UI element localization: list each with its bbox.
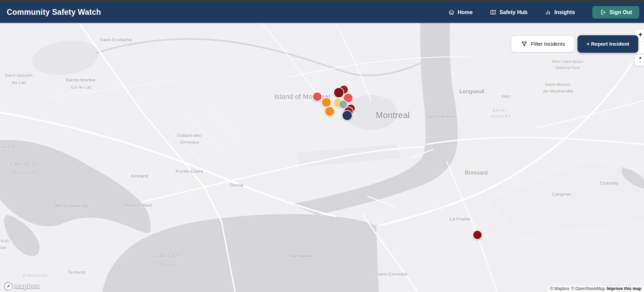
mapbox-wordmark: mapbox [14, 283, 40, 290]
incident-marker[interactable] [321, 97, 331, 107]
community-safety-watch-app: Saint-EustacheSaint-Joseph-du-LacSainte-… [0, 0, 644, 292]
filter-incidents-button[interactable]: Filter Incidents [511, 36, 574, 52]
attrib-improve-link[interactable]: Improve this map [607, 286, 642, 291]
filter-incidents-label: Filter Incidents [531, 41, 565, 47]
filter-icon [521, 41, 527, 47]
map-icon [490, 9, 496, 15]
incident-marker[interactable] [473, 230, 482, 240]
home-icon [448, 9, 455, 15]
sign-out-icon [600, 9, 606, 15]
report-incident-button[interactable]: + Report Incident [578, 35, 638, 53]
attrib-osm-link[interactable]: © OpenStreetMap [571, 286, 605, 291]
map-canvas[interactable]: Saint-EustacheSaint-Joseph-du-LacSainte-… [0, 0, 644, 292]
incident-marker[interactable] [313, 92, 322, 102]
nav-item-home[interactable]: Home [448, 9, 472, 15]
mapbox-logo-icon [4, 282, 13, 291]
incident-marker[interactable] [325, 106, 335, 117]
app-title: Community Safety Watch [0, 8, 101, 17]
mapbox-logo[interactable]: mapbox [4, 282, 40, 291]
stepper-up-icon[interactable]: ▲ [635, 55, 644, 60]
app-header: Community Safety Watch Home Safety Hub I… [0, 2, 644, 23]
nav-insights-label: Insights [554, 9, 575, 15]
attrib-mapbox-link[interactable]: © Mapbox [550, 286, 569, 291]
nav-item-insights[interactable]: Insights [545, 9, 575, 15]
sign-out-label: Sign Out [609, 9, 632, 15]
nav-home-label: Home [458, 9, 472, 15]
map-pitch-control[interactable]: ▲ ▼ [635, 54, 644, 66]
incident-marker[interactable] [333, 87, 344, 98]
nav-safety-hub-label: Safety Hub [499, 9, 527, 15]
bar-chart-icon [545, 9, 551, 15]
nav-item-safety-hub[interactable]: Safety Hub [490, 9, 527, 15]
incident-marker[interactable] [342, 110, 353, 121]
window-top-strip [0, 0, 644, 2]
stepper-down-icon[interactable]: ▼ [635, 60, 644, 64]
main-nav: Home Safety Hub Insights Sign Out [448, 6, 644, 18]
sign-out-button[interactable]: Sign Out [592, 6, 639, 18]
map-attribution: © Mapbox © OpenStreetMap Improve this ma… [548, 286, 644, 292]
